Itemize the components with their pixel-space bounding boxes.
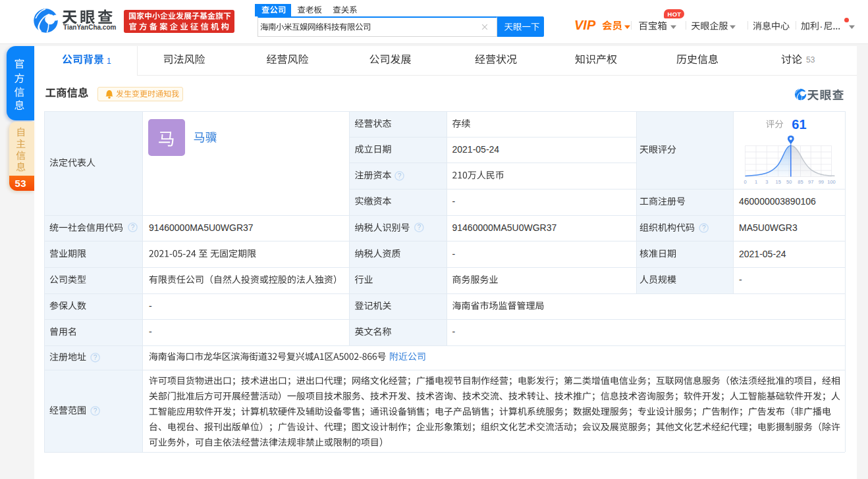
svg-text:?: ?: [131, 224, 135, 231]
svg-text:?: ?: [94, 407, 97, 415]
svg-text:?: ?: [702, 224, 706, 232]
svg-text:?: ?: [94, 354, 97, 361]
svg-text:?: ?: [398, 172, 402, 180]
svg-text:?: ?: [418, 224, 421, 231]
